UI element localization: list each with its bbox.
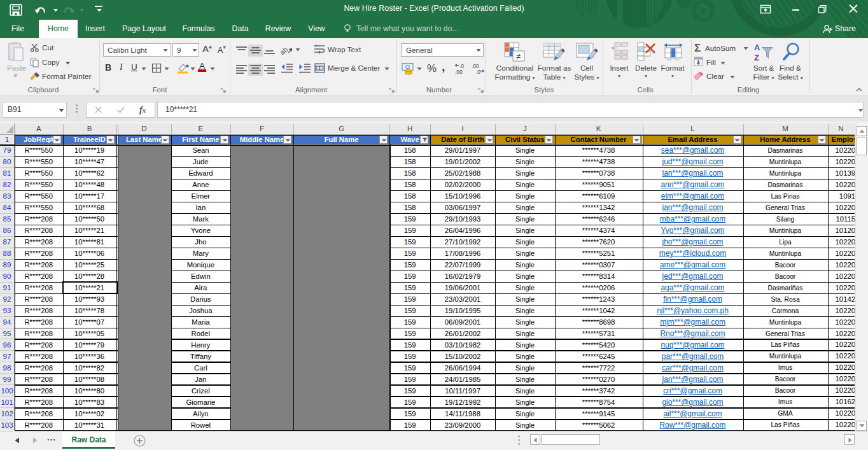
svg-text:≠: ≠ [516,52,521,61]
svg-text:.00: .00 [455,69,463,74]
svg-text:ab: ab [280,45,289,56]
svg-text:Z: Z [754,53,759,62]
svg-text:A: A [754,43,760,52]
